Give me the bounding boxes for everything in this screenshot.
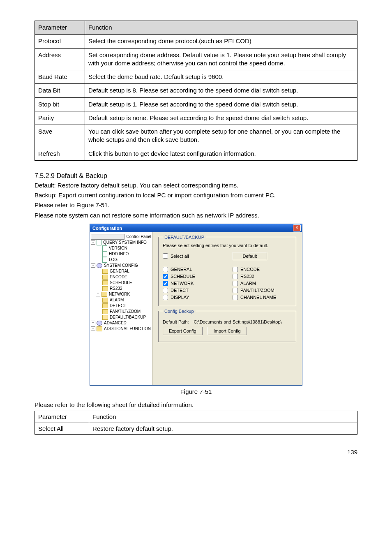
prompt-text: Please select setting entries that you w… [163,243,292,248]
window-titlebar[interactable]: Configuration × [90,224,302,232]
tree-rs232[interactable]: RS232 [91,286,151,291]
table2-r0-func: Restore factory default setup. [89,423,357,435]
table1-r7-func: Click this button to get device latest c… [85,147,357,160]
settings-panel: DEFAULT/BACKUP Please select setting ent… [152,232,302,385]
tree-network[interactable]: +NETWORK [91,291,151,297]
table1-r4-param: Stop bit [35,97,85,111]
select-all-checkbox[interactable] [163,253,168,259]
tree-version[interactable]: VERSION [91,245,151,251]
table1-hdr-param: Parameter [35,21,85,35]
window-title: Configuration [92,226,122,231]
network-checkbox[interactable] [163,281,168,286]
table1-r0-func: Select the corresponding dome protocol.(… [85,35,357,48]
section-p3: Please refer to Figure 7-51. [35,201,357,209]
table1-r5-func: Default setup is none. Please set accord… [85,111,357,125]
tree-advanced[interactable]: +ADVANCED [91,320,151,326]
table1-r1-func: Set corresponding dome address. Default … [85,48,357,70]
table1-r3-param: Data Bit [35,84,85,97]
tree-additional-function[interactable]: +ADDITIONAL FUNCTION [91,326,151,332]
display-checkbox[interactable] [163,295,168,300]
tree-general[interactable]: GENERAL [91,268,151,274]
tree-schedule[interactable]: SCHEDULE [91,280,151,286]
rs232-checkbox[interactable] [233,274,238,279]
table1-r6-func: You can click save button after you comp… [85,125,357,147]
fs2-legend: Config Backup [163,309,196,314]
channel-name-checkbox[interactable] [233,295,238,300]
tree-detect[interactable]: DETECT [91,303,151,309]
table1-r7-param: Refresh [35,147,85,160]
ptz-checkbox[interactable] [233,288,238,293]
default-path-label: Default Path: [163,319,189,324]
default-path-value: C:\Documents and Settings\10881\Desktop\ [194,319,282,324]
section-p4: Please note system can not restore some … [35,211,357,220]
tree-control-panel[interactable]: Control Panel [91,234,151,240]
tree-ptz[interactable]: PAN/TILT/ZOOM [91,309,151,314]
configuration-window: Configuration × Control Panel -QUERY SYS… [90,224,302,386]
parameter-function-table-2: Parameter Function Select All Restore fa… [35,411,357,435]
schedule-checkbox[interactable] [163,274,168,279]
close-icon[interactable]: × [293,224,301,231]
table2-hdr-func: Function [89,411,357,423]
table1-r4-func: Default setup is 1. Please set according… [85,97,357,111]
default-backup-fieldset: DEFAULT/BACKUP Please select setting ent… [158,235,296,306]
section-p2: Backup: Export current configuration to … [35,191,357,199]
table1-r0-param: Protocol [35,35,85,48]
default-button[interactable]: Default [233,252,267,260]
tree-alarm[interactable]: ALARM [91,297,151,303]
export-config-button[interactable]: Export Config [163,327,203,335]
select-all-label: Select all [171,254,189,259]
section-heading: 7.5.2.9 Default & Backup [35,172,357,180]
figure-caption: Figure 7-51 [35,388,357,395]
table2-r0-param: Select All [35,423,89,435]
general-checkbox[interactable] [163,267,168,272]
table1-hdr-func: Function [85,21,357,35]
table1-r2-param: Baud Rate [35,70,85,84]
tree-system-config[interactable]: -SYSTEM CONFIG [91,263,151,268]
detect-checkbox[interactable] [163,288,168,293]
tree-hdd-info[interactable]: HDD INFO [91,251,151,257]
alarm-checkbox[interactable] [233,281,238,286]
tree-query-system-info[interactable]: -QUERY SYSTEM INFO [91,240,151,245]
tree-default-backup[interactable]: DEFAULT/BACKUP [91,314,151,320]
tree-encode[interactable]: ENCODE [91,274,151,280]
intro2-text: Please refer to the following sheet for … [35,401,357,409]
parameter-function-table: Parameter Function Protocol Select the c… [35,21,357,161]
table1-r5-param: Parity [35,111,85,125]
config-backup-fieldset: Config Backup Default Path: C:\Documents… [158,309,296,342]
table1-r2-func: Select the dome baud rate. Default setup… [85,70,357,84]
encode-checkbox[interactable] [233,267,238,272]
page-number: 139 [35,449,357,456]
table1-r1-param: Address [35,48,85,70]
navigation-tree[interactable]: Control Panel -QUERY SYSTEM INFO VERSION… [90,232,152,385]
import-config-button[interactable]: Import Config [208,327,247,335]
table2-hdr-param: Parameter [35,411,89,423]
tree-log[interactable]: LOG [91,257,151,263]
table1-r6-param: Save [35,125,85,147]
fs1-legend: DEFAULT/BACKUP [163,235,206,240]
table1-r3-func: Default setup is 8. Please set according… [85,84,357,97]
section-p1: Default: Restore factory default setup. … [35,181,357,190]
